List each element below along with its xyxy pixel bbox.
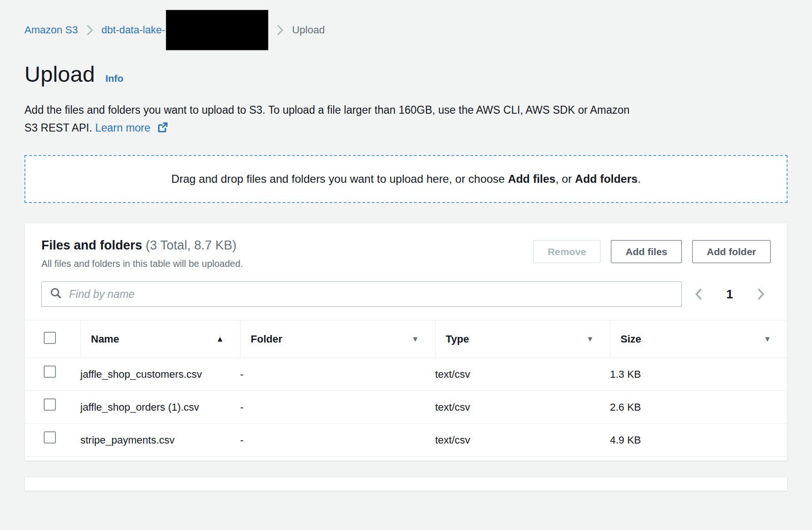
sort-ascending-icon[interactable]: ▲: [216, 335, 224, 344]
breadcrumb-amazon-s3[interactable]: Amazon S3: [24, 24, 78, 36]
current-page[interactable]: 1: [726, 287, 733, 302]
dropzone-add-files-label: Add files: [508, 172, 555, 185]
chevron-right-icon: [86, 24, 94, 36]
info-link[interactable]: Info: [105, 73, 123, 84]
panel-title-block: Files and folders (3 Total, 8.7 KB) All …: [41, 238, 243, 269]
file-name: jaffle_shop_orders (1).csv: [80, 391, 240, 424]
chevron-right-icon: [276, 24, 284, 36]
files-and-folders-panel: Files and folders (3 Total, 8.7 KB) All …: [24, 223, 788, 461]
add-files-button[interactable]: Add files: [611, 240, 682, 263]
dropzone-text: Drag and drop files and folders you want…: [171, 172, 640, 186]
row-checkbox[interactable]: [44, 431, 56, 444]
file-name: stripe_payments.csv: [80, 424, 240, 457]
panel-counter: (3 Total, 8.7 KB): [146, 238, 236, 252]
sort-down-icon[interactable]: ▼: [412, 335, 419, 343]
remove-button[interactable]: Remove: [533, 240, 601, 263]
dropzone-add-folders-label: Add folders: [575, 172, 638, 185]
next-page-button[interactable]: [754, 285, 768, 303]
dropzone[interactable]: Drag and drop files and folders you want…: [24, 155, 788, 203]
panel-header: Files and folders (3 Total, 8.7 KB) All …: [41, 223, 771, 269]
breadcrumb-upload: Upload: [292, 24, 325, 36]
file-folder: -: [240, 358, 435, 391]
file-size: 4.9 KB: [610, 424, 787, 457]
files-table: Name ▲ Folder ▼ Type ▼: [25, 320, 787, 457]
search-input[interactable]: [69, 288, 674, 301]
panel-actions: Remove Add files Add folder: [533, 240, 771, 263]
file-type: text/csv: [435, 424, 610, 457]
column-header-name[interactable]: Name ▲: [80, 320, 240, 358]
file-type: text/csv: [435, 391, 610, 424]
page-title: Upload: [24, 61, 95, 87]
learn-more-link[interactable]: Learn more: [95, 122, 150, 134]
panel-title: Files and folders (3 Total, 8.7 KB): [41, 238, 243, 253]
table-toolbar: 1: [41, 281, 771, 307]
external-link-icon: [157, 120, 168, 138]
sort-down-icon[interactable]: ▼: [764, 335, 771, 343]
file-type: text/csv: [435, 358, 610, 391]
table-row: jaffle_shop_orders (1).csv - text/csv 2.…: [25, 391, 787, 424]
row-checkbox[interactable]: [44, 366, 56, 378]
select-all-header: [25, 320, 80, 358]
description-line-1: Add the files and folders you want to up…: [24, 101, 788, 119]
search-icon: [49, 287, 62, 302]
column-header-size[interactable]: Size ▼: [610, 320, 787, 358]
page-description: Add the files and folders you want to up…: [24, 101, 788, 138]
next-section-card: [24, 477, 788, 491]
file-size: 1.3 KB: [610, 358, 787, 391]
select-all-checkbox[interactable]: [44, 332, 56, 344]
file-folder: -: [240, 391, 435, 424]
panel-subtitle: All files and folders in this table will…: [41, 258, 243, 269]
previous-page-button[interactable]: [692, 285, 706, 303]
table-row: stripe_payments.csv - text/csv 4.9 KB: [25, 424, 787, 457]
page: Amazon S3 dbt-data-lake- Upload Upload I…: [0, 20, 812, 491]
pagination: 1: [692, 285, 771, 303]
file-size: 2.6 KB: [610, 391, 787, 424]
page-header: Upload Info: [24, 61, 788, 87]
breadcrumb: Amazon S3 dbt-data-lake- Upload: [24, 20, 788, 40]
search-box[interactable]: [41, 281, 682, 307]
description-line-2: S3 REST API. Learn more: [24, 119, 788, 138]
table-row: jaffle_shop_customers.csv - text/csv 1.3…: [25, 358, 787, 391]
file-name: jaffle_shop_customers.csv: [80, 358, 240, 391]
sort-down-icon[interactable]: ▼: [586, 335, 594, 343]
row-checkbox[interactable]: [44, 398, 56, 411]
column-header-type[interactable]: Type ▼: [435, 320, 610, 358]
breadcrumb-bucket[interactable]: dbt-data-lake-: [102, 24, 165, 36]
add-folder-button[interactable]: Add folder: [692, 240, 771, 263]
column-header-folder[interactable]: Folder ▼: [240, 320, 435, 358]
file-folder: -: [240, 424, 435, 457]
description-line-2-text: S3 REST API.: [24, 122, 92, 134]
table-header-row: Name ▲ Folder ▼ Type ▼: [25, 320, 787, 358]
redacted-text: [166, 10, 268, 50]
